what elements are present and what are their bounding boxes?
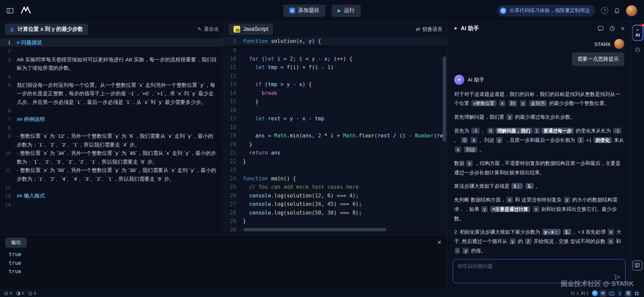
code-line[interactable]: 15 } — [224, 98, 447, 106]
code-line[interactable]: 16 — [224, 106, 447, 115]
code-line[interactable]: 27 console.log(solution(34, 45) === 6); — [224, 200, 447, 209]
problem-line[interactable]: 2 — [0, 47, 224, 55]
rename-button[interactable]: ✎ 重命名 — [197, 26, 219, 33]
code-token: i — [399, 133, 402, 139]
code-line[interactable]: 14 break — [224, 89, 447, 98]
ai-paragraph: 数据 y ，结构方面，不需要特别复杂的数据结构且第一步和最后，主要是通过一步步长… — [454, 159, 624, 177]
close-icon[interactable]: ✕ — [621, 25, 625, 32]
output-tab[interactable]: 输出 — [5, 237, 27, 248]
code-line[interactable]: 18 — [224, 123, 447, 132]
code-line[interactable]: 28 console.log(solution(50, 30) === 8); — [224, 209, 447, 218]
ai-toggle-label: AI — [636, 33, 640, 38]
notification-bell-icon[interactable] — [614, 7, 620, 14]
problem-line[interactable]: 6 — [0, 106, 224, 115]
code-line[interactable]: 21 return ans — [224, 149, 447, 158]
code-token: ( — [283, 201, 286, 207]
code-token: main — [271, 176, 283, 182]
history-icon[interactable] — [609, 25, 615, 32]
code-line[interactable]: 22} — [224, 158, 447, 166]
ime-chinese-toggle[interactable]: 中 — [600, 290, 606, 297]
code-token: ans — [302, 133, 312, 139]
ime-keyboard-icon[interactable] — [608, 290, 615, 297]
code-text: console.log(solution(34, 45) === 6); — [243, 200, 447, 209]
problems-infos[interactable]: 0 — [28, 291, 36, 296]
run-button[interactable]: ▶ 运行 — [332, 5, 361, 17]
code-token: solution — [287, 201, 312, 207]
ime-toolbox-icon[interactable] — [633, 290, 640, 297]
problems-warnings[interactable]: 0 — [16, 291, 24, 296]
panel-toggle-icon[interactable] — [7, 8, 13, 13]
help-icon[interactable]: ？ — [601, 7, 608, 14]
code-token — [243, 193, 249, 199]
problem-title-chip[interactable]: 计算位置 x 到 y 的最少步数 — [5, 23, 88, 35]
run-label: 运行 — [344, 7, 355, 14]
code-token: console — [249, 210, 271, 216]
problem-line[interactable]: 12 — [0, 183, 224, 191]
problem-lines[interactable]: 1# 问题描述2 3AB 实验同学每天都很苦恼如何可以更好地进行 AB 实验，每… — [0, 37, 224, 235]
code-token: ) — [330, 64, 333, 70]
app-logo[interactable] — [21, 6, 31, 15]
problem-line[interactable]: 11- 整数位置 `x` 为 `50`，另外一个整数位置 `y` 为 `30`，… — [0, 166, 224, 183]
code-token: , — [312, 133, 318, 139]
inline-code-chip: 0 — [461, 137, 468, 143]
line-number: 13 — [224, 80, 243, 89]
problem-line[interactable]: 9- 整数位置 `x` 为 `12`，另外一个整数位置 `y` 为 `6`，我们… — [0, 132, 224, 149]
code-line[interactable]: 23 — [224, 166, 447, 175]
ime-simplified-toggle[interactable]: 简 — [625, 290, 632, 297]
code-token: ); — [356, 201, 362, 207]
vertical-scrollbar[interactable] — [443, 40, 446, 225]
line-number: 22 — [224, 158, 243, 166]
ime-mic-icon[interactable] — [616, 290, 623, 297]
problem-line[interactable]: 14 — [0, 200, 224, 209]
code-token: === — [337, 201, 353, 207]
problems-errors[interactable]: 0 — [4, 291, 12, 296]
ai-question-input[interactable] — [453, 259, 626, 283]
ime-logo-icon[interactable]: ~ — [592, 290, 598, 296]
code-token: solution — [287, 210, 312, 216]
sticky-line[interactable]: 3 function solution(x, y) { — [224, 37, 447, 46]
code-line[interactable]: 13 if (tmp > y - x) { — [224, 80, 447, 89]
horizontal-scrollbar[interactable] — [244, 228, 442, 231]
user-avatar[interactable] — [626, 5, 637, 16]
problem-line[interactable]: 7## 样例说明 — [0, 115, 224, 123]
code-line[interactable]: 9 — [224, 46, 447, 55]
code-line[interactable]: 19 ans = Math.min(ans, 2 * i + Math.floo… — [224, 132, 447, 140]
switch-language-button[interactable]: ⇄ 切换语言 — [416, 26, 442, 33]
problem-line[interactable]: 3AB 实验同学每天都很苦恼如何可以更好地进行 AB 实验，每一步的流程很重要，… — [0, 55, 224, 72]
problem-line[interactable]: 4 — [0, 72, 224, 81]
problem-line[interactable]: 13## 输入格式 — [0, 191, 224, 200]
support-chat-button[interactable] — [632, 260, 642, 271]
problem-line[interactable]: 8 — [0, 123, 224, 132]
inline-code-chip: y — [466, 160, 473, 166]
code-line[interactable]: 29} — [224, 217, 447, 226]
output-close-icon[interactable]: ✕ — [437, 239, 442, 246]
code-token — [268, 176, 271, 182]
code-line[interactable]: 24function main() { — [224, 175, 447, 183]
share-banner[interactable]: 分享代码练习体验，领限量定制周边 — [497, 5, 595, 16]
code-line[interactable]: 11 let tmp = f(i) + f(i - 1) — [224, 63, 447, 72]
code-line[interactable]: 12 — [224, 72, 447, 81]
ai-assistant-toggle-button[interactable]: ✦ AI — [632, 25, 643, 41]
code-token: return — [249, 150, 268, 156]
code-text: function main() { — [243, 175, 447, 183]
tab-javascript[interactable]: JS JavaScript — [229, 23, 273, 35]
code-line[interactable]: 20 } — [224, 140, 447, 149]
feedback-icon[interactable] — [598, 25, 604, 32]
bug-icon[interactable] — [634, 46, 641, 53]
line-number: 23 — [224, 166, 243, 175]
code-token: 45 — [327, 201, 334, 207]
problem-line[interactable]: 1# 问题描述 — [0, 38, 224, 47]
code-line[interactable]: 25 // You can add more test cases here — [224, 183, 447, 192]
problem-line[interactable]: 5我们假设每一步对应到每一个位置。从一个整数位置 `x` 走到另外一个整数位置 … — [0, 81, 224, 106]
code-line[interactable]: 26 console.log(solution(12, 6) === 4); — [224, 192, 447, 200]
add-problem-button[interactable]: ＋ 添加题目 — [283, 5, 326, 17]
problem-line[interactable]: 10- 整数位置 `x` 为 `34`，另外一个整数位置 `y` 为 `45`，… — [0, 149, 224, 166]
code-lines[interactable]: 9 10 for (let i = 2; i < y - x; i++) {11… — [224, 46, 447, 235]
code-text: } — [243, 98, 447, 106]
send-icon[interactable] — [614, 274, 621, 281]
code-line[interactable]: 17 let rest = y - x - tmp — [224, 115, 447, 123]
cursor-position[interactable]: 行 1, 列 1 — [571, 291, 589, 296]
problem-title: 计算位置 x 到 y 的最少步数 — [17, 26, 83, 33]
code-line[interactable]: 10 for (let i = 2; i < y - x; i++) { — [224, 55, 447, 64]
code-token: break — [262, 90, 277, 96]
